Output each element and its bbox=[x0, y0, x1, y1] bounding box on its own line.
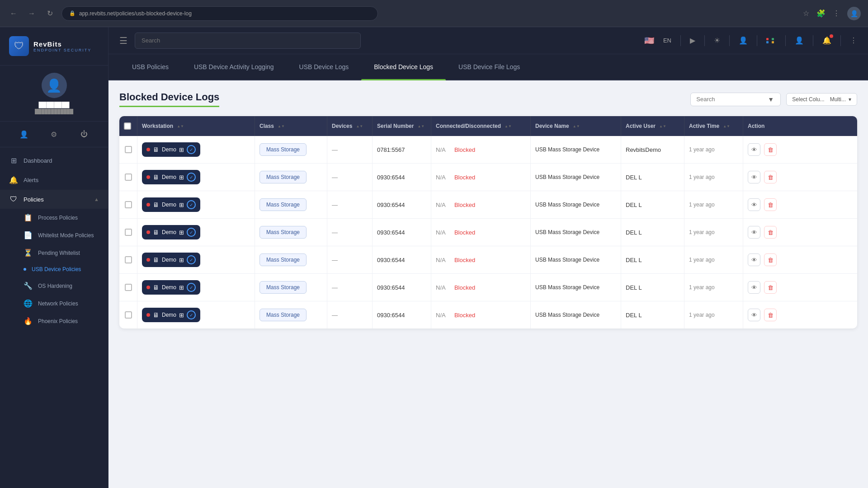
logo-sub: ENDPOINT SECURITY bbox=[33, 48, 91, 52]
view-button-6[interactable]: 👁 bbox=[748, 309, 760, 321]
separator-3 bbox=[729, 35, 730, 46]
app-grid-icon[interactable] bbox=[766, 38, 776, 43]
row-class-2: Mass Storage bbox=[255, 191, 327, 218]
delete-button-1[interactable]: 🗑 bbox=[764, 171, 777, 183]
sidebar-item-label-phoenix: Phoenix Policies bbox=[38, 318, 78, 324]
delete-button-2[interactable]: 🗑 bbox=[764, 198, 777, 211]
terminal-icon[interactable]: ▶ bbox=[690, 36, 695, 45]
browser-refresh-button[interactable]: ↻ bbox=[43, 7, 56, 20]
blocked-value-4: Blocked bbox=[454, 257, 475, 263]
row-serial-4: 0930:6544 bbox=[373, 246, 431, 273]
row-checkbox-3[interactable] bbox=[125, 229, 132, 236]
class-badge-3: Mass Storage bbox=[259, 226, 307, 239]
sidebar-item-pending-whitelist[interactable]: ⏳ Pending Whitelist bbox=[0, 244, 108, 262]
row-checkbox-6[interactable] bbox=[125, 311, 132, 319]
sort-workstation-icon[interactable]: ▲▼ bbox=[177, 124, 184, 128]
browser-forward-button[interactable]: → bbox=[25, 7, 38, 20]
devices-value-3: — bbox=[332, 229, 338, 236]
row-checkbox-1[interactable] bbox=[125, 174, 132, 181]
delete-button-0[interactable]: 🗑 bbox=[764, 143, 777, 156]
sort-class-icon[interactable]: ▲▼ bbox=[278, 124, 285, 128]
user-avatar: 👤 bbox=[42, 73, 67, 98]
delete-button-3[interactable]: 🗑 bbox=[764, 226, 777, 239]
row-workstation-4: 🖥 Demo ⊞ ✓ bbox=[137, 246, 255, 273]
bookmark-icon[interactable]: ☆ bbox=[803, 9, 809, 18]
verified-icon-2: ✓ bbox=[187, 200, 196, 209]
sidebar-logout-button[interactable]: ⏻ bbox=[77, 127, 91, 141]
delete-button-6[interactable]: 🗑 bbox=[764, 309, 777, 321]
sidebar-item-whitelist-mode[interactable]: 📄 Whitelist Mode Policies bbox=[0, 226, 108, 244]
row-device-name-0: USB Mass Storage Device bbox=[531, 136, 621, 163]
brightness-icon[interactable]: ☀ bbox=[714, 36, 720, 45]
active-time-value-1: 1 year ago bbox=[689, 174, 715, 180]
user-circle-icon[interactable]: 👤 bbox=[739, 36, 748, 45]
browser-profile-avatar[interactable]: 👤 bbox=[847, 7, 861, 20]
workstation-name-0: Demo bbox=[162, 146, 176, 153]
hamburger-button[interactable]: ☰ bbox=[119, 35, 127, 46]
extensions-icon[interactable]: 🧩 bbox=[816, 9, 826, 18]
sort-serial-icon[interactable]: ▲▼ bbox=[417, 124, 425, 128]
action-buttons-3: 👁 🗑 bbox=[748, 226, 777, 239]
row-checkbox-4[interactable] bbox=[125, 256, 132, 263]
view-button-5[interactable]: 👁 bbox=[748, 281, 760, 294]
view-button-1[interactable]: 👁 bbox=[748, 171, 760, 183]
delete-button-4[interactable]: 🗑 bbox=[764, 253, 777, 266]
tab-blocked-device-logs[interactable]: Blocked Device Logs bbox=[361, 54, 446, 80]
browser-back-button[interactable]: ← bbox=[7, 7, 20, 20]
sidebar-item-os-hardening[interactable]: 🔧 OS Hardening bbox=[0, 277, 108, 295]
windows-icon-0: ⊞ bbox=[179, 146, 184, 153]
sort-connected-icon[interactable]: ▲▼ bbox=[505, 124, 512, 128]
browser-url-bar[interactable]: 🔒 app.revbits.net/policies/usb-blocked-d… bbox=[61, 6, 378, 21]
row-device-name-6: USB Mass Storage Device bbox=[531, 301, 621, 328]
profile-icon[interactable]: 👤 bbox=[795, 36, 804, 45]
sidebar-user-settings-button[interactable]: 👤 bbox=[17, 127, 31, 141]
sidebar-item-label-process-policies: Process Policies bbox=[38, 215, 78, 221]
table-search-input[interactable] bbox=[696, 96, 764, 103]
select-columns-button[interactable]: Select Colu... Multi... ▾ bbox=[786, 93, 857, 106]
table-row: 🖥 Demo ⊞ ✓ Mass Storage — 0781:5567 N/A … bbox=[119, 136, 857, 164]
top-search-input[interactable] bbox=[135, 33, 361, 49]
sidebar-item-policies[interactable]: 🛡 Policies ▲ bbox=[0, 190, 108, 209]
more-icon[interactable]: ⋮ bbox=[833, 9, 840, 18]
select-all-checkbox[interactable] bbox=[124, 122, 131, 130]
sidebar-item-alerts[interactable]: 🔔 Alerts bbox=[0, 170, 108, 190]
row-class-1: Mass Storage bbox=[255, 164, 327, 191]
sidebar-settings-button[interactable]: ⚙ bbox=[47, 127, 61, 141]
sort-active-time-icon[interactable]: ▲▼ bbox=[723, 124, 730, 128]
sidebar-item-process-policies[interactable]: 📋 Process Policies bbox=[0, 209, 108, 226]
row-checkbox-5[interactable] bbox=[125, 284, 132, 291]
tab-usb-device-logs[interactable]: USB Device Logs bbox=[287, 54, 362, 80]
row-connected-3: N/A Blocked bbox=[431, 219, 531, 246]
more-options-icon[interactable]: ⋮ bbox=[850, 36, 857, 45]
view-button-0[interactable]: 👁 bbox=[748, 143, 760, 156]
row-devices-2: — bbox=[327, 191, 373, 218]
workstation-badge-3: 🖥 Demo ⊞ ✓ bbox=[142, 225, 200, 239]
row-checkbox-2[interactable] bbox=[125, 201, 132, 208]
sidebar-item-dashboard[interactable]: ⊞ Dashboard bbox=[0, 151, 108, 170]
workstation-name-5: Demo bbox=[162, 284, 176, 291]
col-header-active-time: Active Time ▲▼ bbox=[684, 116, 743, 136]
notification-bell-icon[interactable]: 🔔 bbox=[822, 36, 831, 45]
view-button-3[interactable]: 👁 bbox=[748, 226, 760, 239]
tab-usb-policies[interactable]: USB Policies bbox=[119, 54, 181, 80]
active-time-value-5: 1 year ago bbox=[689, 284, 715, 291]
sidebar-item-phoenix-policies[interactable]: 🔥 Phoenix Policies bbox=[0, 312, 108, 330]
view-button-2[interactable]: 👁 bbox=[748, 198, 760, 211]
delete-button-5[interactable]: 🗑 bbox=[764, 281, 777, 294]
row-checkbox-0[interactable] bbox=[125, 146, 132, 153]
language-selector[interactable]: EN bbox=[663, 37, 671, 44]
row-active-time-6: 1 year ago bbox=[684, 301, 743, 328]
filter-icon[interactable]: ▼ bbox=[768, 96, 774, 103]
notification-badge bbox=[830, 34, 833, 38]
devices-value-4: — bbox=[332, 257, 338, 263]
tab-usb-device-file-logs[interactable]: USB Device File Logs bbox=[446, 54, 533, 80]
sort-active-user-icon[interactable]: ▲▼ bbox=[659, 124, 666, 128]
sidebar-item-usb-device-policies[interactable]: USB Device Policies bbox=[0, 262, 108, 277]
tab-usb-device-activity-logging[interactable]: USB Device Activity Logging bbox=[181, 54, 287, 80]
na-value-2: N/A bbox=[436, 202, 446, 208]
sort-device-name-icon[interactable]: ▲▼ bbox=[573, 124, 580, 128]
view-button-4[interactable]: 👁 bbox=[748, 253, 760, 266]
sidebar-item-network-policies[interactable]: 🌐 Network Policies bbox=[0, 295, 108, 312]
table-search-box[interactable]: ▼ bbox=[690, 93, 781, 106]
sort-devices-icon[interactable]: ▲▼ bbox=[356, 124, 363, 128]
